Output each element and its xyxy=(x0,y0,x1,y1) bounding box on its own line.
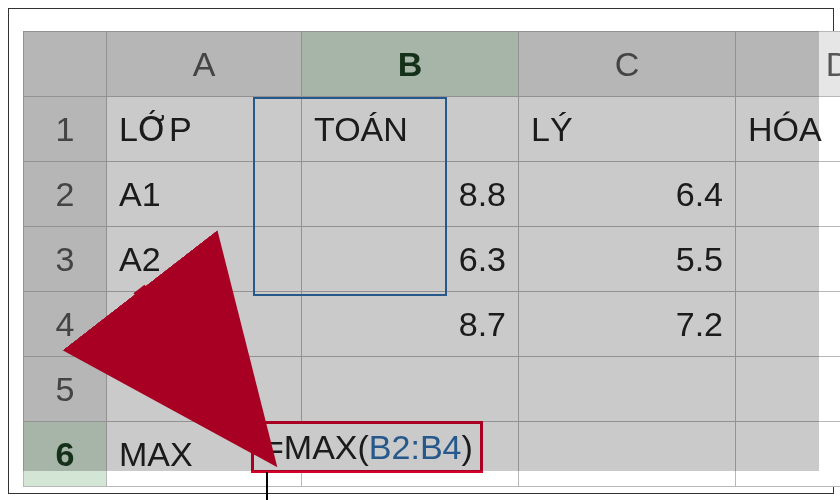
cell-D2[interactable]: 9.2 xyxy=(736,162,841,227)
row-header-6[interactable]: 6 xyxy=(24,422,107,487)
cell-C2[interactable]: 6.4 xyxy=(519,162,736,227)
cell-C1[interactable]: LÝ xyxy=(519,97,736,162)
cell-B5[interactable] xyxy=(302,357,519,422)
cell-D5[interactable] xyxy=(736,357,841,422)
grid-table[interactable]: A B C D 1 LỚP TOÁN LÝ HÓA 2 A1 8.8 6.4 9… xyxy=(23,31,840,487)
cell-D4[interactable]: 8.2 xyxy=(736,292,841,357)
select-all-corner[interactable] xyxy=(24,32,107,97)
formula-text-suffix: ) xyxy=(461,428,472,466)
spreadsheet-viewport[interactable]: A B C D 1 LỚP TOÁN LÝ HÓA 2 A1 8.8 6.4 9… xyxy=(23,31,819,471)
cell-A3[interactable]: A2 xyxy=(107,227,302,292)
row-header-1[interactable]: 1 xyxy=(24,97,107,162)
cell-B2[interactable]: 8.8 xyxy=(302,162,519,227)
formula-text-ref: B2:B4 xyxy=(369,428,462,466)
col-header-A[interactable]: A xyxy=(107,32,302,97)
cell-A4[interactable]: A3 xyxy=(107,292,302,357)
cell-C4[interactable]: 7.2 xyxy=(519,292,736,357)
cell-C6[interactable] xyxy=(519,422,736,487)
col-header-D[interactable]: D xyxy=(736,32,841,97)
row-header-5[interactable]: 5 xyxy=(24,357,107,422)
screenshot-frame: A B C D 1 LỚP TOÁN LÝ HÓA 2 A1 8.8 6.4 9… xyxy=(8,8,834,494)
cell-C5[interactable] xyxy=(519,357,736,422)
cell-B1[interactable]: TOÁN xyxy=(302,97,519,162)
cell-A2[interactable]: A1 xyxy=(107,162,302,227)
cell-B4[interactable]: 8.7 xyxy=(302,292,519,357)
col-header-B[interactable]: B xyxy=(302,32,519,97)
cell-A5[interactable] xyxy=(107,357,302,422)
formula-text-prefix: =MAX( xyxy=(264,428,369,466)
cell-D1[interactable]: HÓA xyxy=(736,97,841,162)
cell-B3[interactable]: 6.3 xyxy=(302,227,519,292)
cell-C3[interactable]: 5.5 xyxy=(519,227,736,292)
formula-edit-overlay[interactable]: =MAX(B2:B4) xyxy=(251,421,483,473)
row-header-3[interactable]: 3 xyxy=(24,227,107,292)
cell-D6[interactable] xyxy=(736,422,841,487)
col-header-C[interactable]: C xyxy=(519,32,736,97)
cell-A1[interactable]: LỚP xyxy=(107,97,302,162)
row-header-2[interactable]: 2 xyxy=(24,162,107,227)
cell-D3[interactable]: 6.4 xyxy=(736,227,841,292)
text-cursor xyxy=(266,472,268,500)
row-header-4[interactable]: 4 xyxy=(24,292,107,357)
